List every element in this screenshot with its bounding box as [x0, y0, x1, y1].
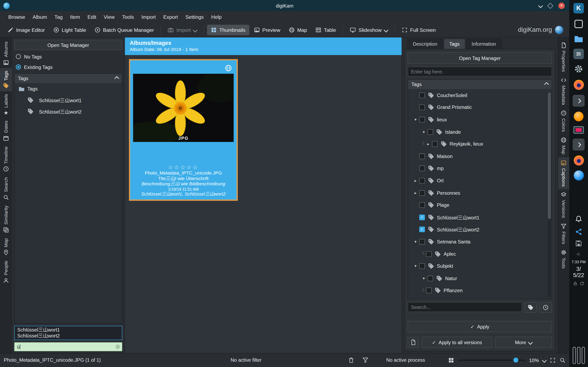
panel-expand-icon-2[interactable] [573, 139, 585, 151]
tag-tree-item[interactable]: ▾✓Subjekt [408, 260, 552, 272]
completion-item[interactable]: Schlüssel三山wort2 [17, 333, 119, 339]
tab-tags[interactable]: Tags [444, 39, 465, 49]
checkbox[interactable]: ✓ [428, 129, 433, 135]
tag-tree-item[interactable]: ▾✓Natur [408, 272, 552, 284]
notifications-bell-icon[interactable] [575, 215, 582, 223]
menu-import[interactable]: Import [138, 12, 159, 22]
tag-tree-item[interactable]: └✓Aplec [408, 248, 552, 260]
browser-orange-icon[interactable] [574, 111, 584, 121]
firefox-icon[interactable] [573, 80, 584, 90]
menu-edit[interactable]: Edit [84, 12, 100, 22]
sidebar-tab-similarity[interactable]: Similarity [0, 203, 12, 235]
expander-closed-icon[interactable]: ▸ [415, 191, 416, 195]
apply-button[interactable]: ✓Apply [408, 321, 552, 332]
sidebar-tab-labels[interactable]: Labels★ [0, 91, 12, 118]
refresh-icon[interactable] [580, 281, 584, 286]
tag-tree-item[interactable]: ▾✓Islande [408, 126, 552, 138]
lock-icon[interactable] [573, 281, 578, 286]
storage-icon[interactable] [575, 240, 582, 248]
dock-window-list[interactable] [572, 347, 585, 364]
tag-tree-item[interactable]: ✓Maison [408, 150, 552, 162]
titlebar[interactable]: digiKam ✕ [0, 0, 569, 11]
album-body[interactable]: JPG ☆☆☆☆☆ Photo_Metadata_IPTC_unicode.JP… [125, 55, 402, 354]
tag-tree-item[interactable]: ▾✓Setmana Santa [408, 236, 552, 248]
tag-tree-item[interactable]: ✓mp [408, 162, 552, 175]
tag-tree-item[interactable]: └▸✓Reykjavik, lieux [408, 138, 552, 150]
tag-tree-item[interactable]: ▸✓Ort [408, 175, 552, 187]
menu-browse[interactable]: Browse [4, 12, 29, 22]
open-tag-manager-button-left[interactable]: Open Tag Manager [14, 40, 122, 50]
sidebar-tab-tools[interactable]: Tools [558, 247, 569, 271]
volume-icon[interactable] [576, 251, 581, 258]
fit-window-icon[interactable] [550, 357, 556, 363]
checkbox[interactable]: ✓ [419, 263, 425, 269]
checkbox[interactable]: ✓ [419, 178, 425, 184]
tag-tree-item[interactable]: ✓Schlüssel三山wort2 [408, 224, 552, 236]
window-button[interactable] [577, 347, 580, 364]
menu-settings[interactable]: Settings [182, 12, 208, 22]
checkbox[interactable]: ✓ [419, 227, 425, 233]
menu-export[interactable]: Export [159, 12, 182, 22]
tag-tree-item[interactable]: Schlüssel三山wort1 [15, 94, 122, 106]
sidebar-tab-people[interactable]: People [0, 258, 12, 286]
no-tags-radio[interactable] [16, 54, 21, 59]
checkbox[interactable]: ✓ [419, 239, 425, 245]
sidebar-tab-tags[interactable]: Tags [0, 68, 12, 92]
zoom-100-icon[interactable] [559, 357, 565, 363]
expander-open-icon[interactable]: ▾ [423, 129, 425, 134]
dock-date-line2[interactable]: 5/22 [573, 272, 584, 278]
virtual-desktop-icon[interactable] [575, 20, 583, 28]
completion-item[interactable]: Schlüssel三山wort1 [17, 327, 119, 333]
zoom-percent[interactable]: 10% [529, 358, 539, 363]
menu-tools[interactable]: Tools [118, 12, 138, 22]
map-button[interactable]: Map [285, 25, 311, 35]
full-screen-button[interactable]: Full Screen [398, 25, 439, 35]
expander-closed-icon[interactable]: ▸ [427, 142, 429, 147]
edit-metadata-button[interactable] [408, 337, 419, 347]
checkbox[interactable]: ✓ [428, 275, 433, 281]
sidebar-tab-search[interactable]: Search [0, 175, 12, 203]
quick-tag-input[interactable]: ü [14, 342, 122, 351]
tag-tree-item[interactable]: ▾✓lieux [408, 114, 552, 126]
clear-input-icon[interactable] [116, 345, 120, 349]
sidebar-tab-timeline[interactable]: Timeline [0, 144, 12, 175]
checkbox[interactable]: ✓ [419, 105, 425, 110]
menu-album[interactable]: Album [29, 12, 51, 22]
filter-funnel-icon[interactable] [362, 357, 369, 363]
zoom-slider[interactable] [458, 359, 526, 361]
rating-stars[interactable]: ☆☆☆☆☆ [130, 164, 237, 170]
file-manager-icon[interactable] [574, 34, 584, 44]
share-icon[interactable] [575, 228, 582, 237]
slideshow-button[interactable]: Slideshow [346, 25, 391, 35]
sidebar-tab-map[interactable]: Map [558, 134, 569, 157]
system-settings-icon[interactable] [574, 64, 584, 75]
chevron-down-icon[interactable] [542, 358, 546, 363]
light-table-button[interactable]: Light Table [49, 25, 90, 35]
tag-tree-root[interactable]: Tags [15, 83, 122, 94]
menu-help[interactable]: Help [208, 12, 225, 22]
tag-tree-item[interactable]: ✓Grand Prismatic [408, 101, 552, 114]
sidebar-tab-captions[interactable]: Captions [558, 157, 569, 189]
checkbox[interactable]: ✓ [419, 166, 425, 171]
sidebar-tab-albums[interactable]: Albums [0, 39, 12, 68]
tags-tree-header[interactable]: Tags [408, 80, 552, 89]
apply-all-versions-button[interactable]: ✓Apply to all versions [422, 337, 492, 348]
expander-closed-icon[interactable]: ▸ [415, 178, 416, 183]
existing-tags-radio[interactable] [16, 64, 21, 70]
menu-item[interactable]: Item [66, 12, 84, 22]
enter-tag-input[interactable] [408, 67, 552, 76]
image-editor-button[interactable]: Image Editor [4, 25, 49, 35]
network-sphere-icon[interactable] [573, 170, 584, 181]
close-button[interactable]: ✕ [558, 2, 565, 9]
import-button[interactable]: Import [164, 25, 200, 35]
tag-tree-item[interactable]: ▸✓Personnes [408, 187, 552, 199]
tab-information[interactable]: Information [466, 39, 502, 49]
open-tag-manager-button-right[interactable]: Open Tag Manager [408, 52, 552, 64]
expander-open-icon[interactable]: ▾ [415, 239, 416, 244]
menu-view[interactable]: View [100, 12, 118, 22]
recent-tags-button[interactable] [539, 302, 552, 313]
sidebar-tab-map[interactable]: Map [0, 235, 12, 258]
scrollbar-handle[interactable] [548, 92, 551, 219]
sidebar-tab-filters[interactable]: Filters [558, 221, 569, 247]
shade-window-icon[interactable] [538, 3, 543, 8]
